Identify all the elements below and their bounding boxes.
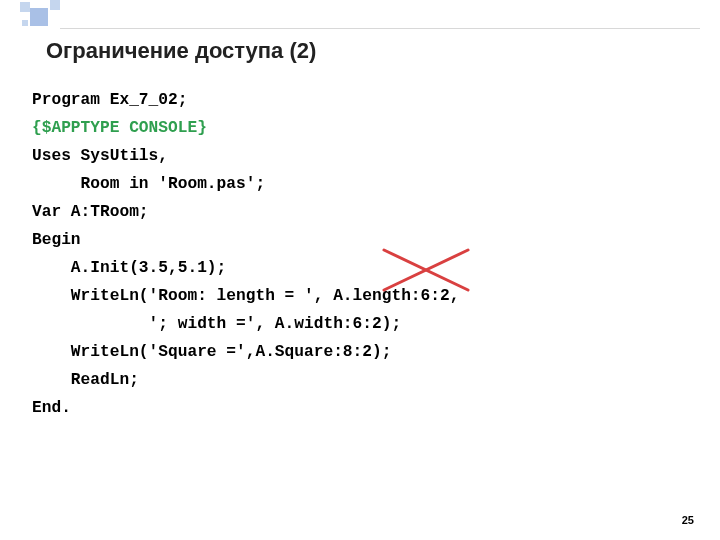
code-line: Program Ex_7_02; [32, 91, 187, 109]
code-line: Var A:TRoom; [32, 203, 149, 221]
code-line: Uses SysUtils, [32, 147, 168, 165]
code-line: Begin [32, 231, 81, 249]
code-line: ReadLn; [32, 371, 139, 389]
code-line: '; width =', A.width:6:2); [32, 315, 401, 333]
code-line: End. [32, 399, 71, 417]
header-divider [60, 28, 700, 29]
code-listing: Program Ex_7_02; {$APPTYPE CONSOLE} Uses… [32, 86, 459, 422]
slide-title: Ограничение доступа (2) [46, 38, 316, 64]
code-line: WriteLn('Square =',A.Square:8:2); [32, 343, 391, 361]
deco-square [30, 8, 48, 26]
corner-decoration [0, 0, 100, 40]
code-line: Room in 'Room.pas'; [32, 175, 265, 193]
page-number: 25 [682, 514, 694, 526]
code-line: WriteLn('Room: length = ', A.length:6:2, [32, 287, 459, 305]
code-line: A.Init(3.5,5.1); [32, 259, 226, 277]
deco-square [20, 2, 30, 12]
deco-square [22, 20, 28, 26]
deco-square [50, 0, 60, 10]
code-line-directive: {$APPTYPE CONSOLE} [32, 119, 207, 137]
